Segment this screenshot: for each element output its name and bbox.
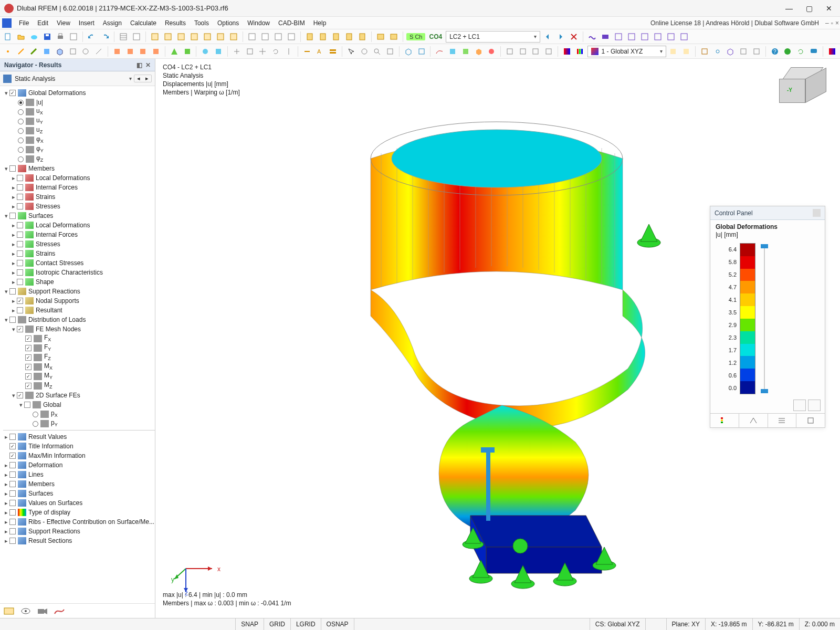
nav-tab-view-icon[interactable] bbox=[20, 606, 32, 616]
nav-cube[interactable]: -Y bbox=[778, 64, 827, 109]
navigator-close-icon[interactable]: ✕ bbox=[145, 61, 151, 69]
cp-tab-3[interactable] bbox=[768, 414, 797, 427]
tool-layer-icon[interactable] bbox=[327, 46, 339, 57]
tree-resultant[interactable]: Resultant bbox=[36, 306, 62, 315]
render2-icon[interactable] bbox=[447, 46, 458, 57]
tree-nodalsupp[interactable]: Nodal Supports bbox=[36, 296, 79, 306]
cp-tab-4[interactable] bbox=[796, 414, 825, 427]
tool-move-icon[interactable] bbox=[257, 46, 268, 57]
close-button[interactable]: ✕ bbox=[825, 5, 833, 12]
tree-lines[interactable]: Lines bbox=[28, 470, 44, 479]
menu-help[interactable]: Help bbox=[309, 18, 331, 28]
view-front-icon[interactable] bbox=[416, 46, 427, 57]
tool8-icon[interactable] bbox=[93, 46, 104, 57]
maximize-button[interactable]: ▢ bbox=[805, 5, 813, 12]
result7-icon[interactable] bbox=[665, 31, 677, 43]
status-lgrid[interactable]: LGRID bbox=[290, 618, 321, 630]
render3-icon[interactable] bbox=[460, 46, 471, 57]
print-icon[interactable] bbox=[55, 31, 66, 43]
mdi-restore[interactable]: ▫ bbox=[831, 19, 833, 27]
tree-members[interactable]: Members bbox=[28, 164, 55, 173]
mesh1-icon[interactable] bbox=[504, 46, 516, 57]
model-3d-view[interactable] bbox=[260, 96, 733, 589]
tree-distload[interactable]: Distribution of Loads bbox=[28, 315, 86, 324]
minimize-button[interactable]: — bbox=[785, 5, 793, 12]
tool-section-icon[interactable] bbox=[384, 46, 396, 57]
loadcase-combo[interactable]: LC2 + LC1▾ bbox=[446, 31, 540, 43]
nav-tab-cam-icon[interactable] bbox=[37, 606, 48, 616]
tree-s-stresses[interactable]: Stresses bbox=[36, 239, 60, 249]
menu-window[interactable]: Window bbox=[243, 18, 274, 28]
tree-py[interactable]: pY bbox=[51, 418, 58, 429]
solid-tool-icon[interactable] bbox=[54, 46, 66, 57]
grid5-icon[interactable] bbox=[202, 31, 213, 43]
nav-tab-curve-icon[interactable] bbox=[54, 606, 65, 616]
grid6-icon[interactable] bbox=[215, 31, 226, 43]
redo-icon[interactable] bbox=[99, 31, 111, 43]
mesh3-icon[interactable] bbox=[530, 46, 542, 57]
menu-insert[interactable]: Insert bbox=[75, 18, 99, 28]
tool11-icon[interactable] bbox=[137, 46, 149, 57]
view4-icon[interactable] bbox=[286, 31, 297, 43]
tool-zoom-icon[interactable] bbox=[371, 46, 383, 57]
node-tool-icon[interactable] bbox=[2, 46, 14, 57]
prev-case-icon[interactable] bbox=[542, 31, 553, 43]
result6-icon[interactable] bbox=[652, 31, 664, 43]
view-iso-icon[interactable] bbox=[403, 46, 414, 57]
snap3-icon[interactable] bbox=[725, 46, 737, 57]
tool9-icon[interactable] bbox=[111, 46, 123, 57]
tool-pan-icon[interactable] bbox=[359, 46, 370, 57]
calc4-icon[interactable] bbox=[343, 31, 355, 43]
snap2-icon[interactable] bbox=[712, 46, 723, 57]
tree-global-def[interactable]: Global Deformations bbox=[28, 88, 86, 98]
tool17-icon[interactable] bbox=[231, 46, 243, 57]
grid1-icon[interactable] bbox=[149, 31, 161, 43]
cp-tab-2[interactable] bbox=[739, 414, 768, 427]
snap5-icon[interactable] bbox=[751, 46, 762, 57]
mdi-close[interactable]: × bbox=[835, 19, 839, 27]
view1-icon[interactable] bbox=[246, 31, 258, 43]
tool13-icon[interactable] bbox=[169, 46, 180, 57]
tool18-icon[interactable] bbox=[244, 46, 256, 57]
loadcombo1-icon[interactable] bbox=[375, 31, 386, 43]
cs1-icon[interactable] bbox=[668, 46, 679, 57]
calc-icon[interactable] bbox=[304, 31, 316, 43]
new-icon[interactable] bbox=[2, 31, 14, 43]
tool-dim-icon[interactable] bbox=[301, 46, 313, 57]
menu-options[interactable]: Options bbox=[213, 18, 243, 28]
tool16-icon[interactable] bbox=[213, 46, 224, 57]
mesh2-icon[interactable] bbox=[517, 46, 529, 57]
status-osnap[interactable]: OSNAP bbox=[321, 618, 354, 630]
slider-handle-bottom[interactable] bbox=[761, 389, 768, 393]
tree-m-strains[interactable]: Strains bbox=[36, 192, 55, 202]
result4-icon[interactable] bbox=[626, 31, 637, 43]
menu-assign[interactable]: Assign bbox=[99, 18, 126, 28]
axis-triad[interactable] bbox=[170, 548, 217, 595]
tree-s-intfor[interactable]: Internal Forces bbox=[36, 230, 78, 239]
tool-sel-icon[interactable] bbox=[345, 46, 357, 57]
legend-slider[interactable] bbox=[759, 243, 772, 394]
navigator-tree[interactable]: ▾✓Global Deformations |u| uX uY uZ φX φY… bbox=[0, 86, 155, 603]
menu-tools[interactable]: Tools bbox=[190, 18, 213, 28]
control-panel-header[interactable]: Control Panel bbox=[710, 206, 825, 220]
grid3-icon[interactable] bbox=[175, 31, 187, 43]
coord-system-combo[interactable]: 1 - Global XYZ▾ bbox=[587, 46, 666, 57]
render5-icon[interactable] bbox=[486, 46, 497, 57]
tree-surfaces[interactable]: Surfaces bbox=[28, 211, 53, 220]
grid7-icon[interactable] bbox=[228, 31, 239, 43]
tree-s-strains[interactable]: Strains bbox=[36, 249, 55, 258]
tool-text-icon[interactable]: A bbox=[314, 46, 326, 57]
tree-valsonsurf[interactable]: Values on Surfaces bbox=[28, 498, 82, 508]
tree-deformation[interactable]: Deformation bbox=[28, 460, 62, 470]
legend-copy-icon[interactable] bbox=[793, 400, 806, 411]
view3-icon[interactable] bbox=[272, 31, 284, 43]
tree-suppreact2[interactable]: Support Reactions bbox=[28, 527, 80, 536]
world-icon[interactable] bbox=[782, 46, 794, 57]
tree-m-localdef[interactable]: Local Deformations bbox=[36, 173, 90, 183]
tree-s-localdef[interactable]: Local Deformations bbox=[36, 220, 90, 230]
status-grid[interactable]: GRID bbox=[264, 618, 290, 630]
color-grad-icon[interactable] bbox=[561, 46, 573, 57]
cs2-icon[interactable] bbox=[680, 46, 692, 57]
result8-icon[interactable] bbox=[678, 31, 690, 43]
nav-tab-data-icon[interactable] bbox=[3, 606, 15, 616]
